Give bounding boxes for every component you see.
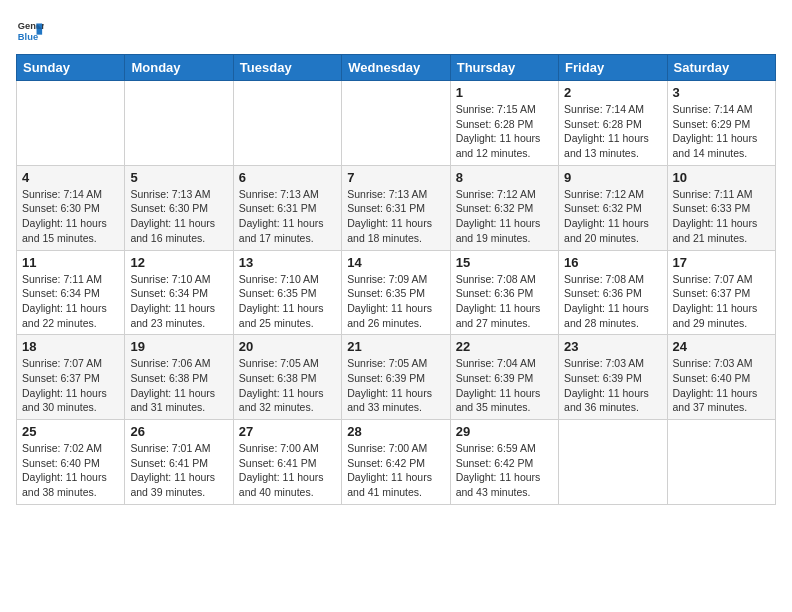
day-info: Sunrise: 7:12 AMSunset: 6:32 PMDaylight:… — [456, 187, 553, 246]
day-info: Sunrise: 7:05 AMSunset: 6:39 PMDaylight:… — [347, 356, 444, 415]
weekday-header-friday: Friday — [559, 55, 667, 81]
weekday-header-row: SundayMondayTuesdayWednesdayThursdayFrid… — [17, 55, 776, 81]
day-number: 23 — [564, 339, 661, 354]
day-info: Sunrise: 7:07 AMSunset: 6:37 PMDaylight:… — [673, 272, 770, 331]
day-info: Sunrise: 7:03 AMSunset: 6:40 PMDaylight:… — [673, 356, 770, 415]
day-cell: 25Sunrise: 7:02 AMSunset: 6:40 PMDayligh… — [17, 420, 125, 505]
logo: General Blue — [16, 16, 44, 44]
day-cell: 6Sunrise: 7:13 AMSunset: 6:31 PMDaylight… — [233, 165, 341, 250]
day-cell — [233, 81, 341, 166]
day-cell: 17Sunrise: 7:07 AMSunset: 6:37 PMDayligh… — [667, 250, 775, 335]
day-cell — [125, 81, 233, 166]
day-cell: 21Sunrise: 7:05 AMSunset: 6:39 PMDayligh… — [342, 335, 450, 420]
day-info: Sunrise: 7:05 AMSunset: 6:38 PMDaylight:… — [239, 356, 336, 415]
day-cell: 3Sunrise: 7:14 AMSunset: 6:29 PMDaylight… — [667, 81, 775, 166]
weekday-header-thursday: Thursday — [450, 55, 558, 81]
day-cell: 1Sunrise: 7:15 AMSunset: 6:28 PMDaylight… — [450, 81, 558, 166]
day-cell: 2Sunrise: 7:14 AMSunset: 6:28 PMDaylight… — [559, 81, 667, 166]
day-info: Sunrise: 7:15 AMSunset: 6:28 PMDaylight:… — [456, 102, 553, 161]
day-number: 1 — [456, 85, 553, 100]
day-cell: 8Sunrise: 7:12 AMSunset: 6:32 PMDaylight… — [450, 165, 558, 250]
week-row-1: 1Sunrise: 7:15 AMSunset: 6:28 PMDaylight… — [17, 81, 776, 166]
calendar-table: SundayMondayTuesdayWednesdayThursdayFrid… — [16, 54, 776, 505]
week-row-4: 18Sunrise: 7:07 AMSunset: 6:37 PMDayligh… — [17, 335, 776, 420]
day-cell: 19Sunrise: 7:06 AMSunset: 6:38 PMDayligh… — [125, 335, 233, 420]
day-number: 5 — [130, 170, 227, 185]
day-number: 14 — [347, 255, 444, 270]
day-cell — [17, 81, 125, 166]
day-number: 17 — [673, 255, 770, 270]
day-info: Sunrise: 7:07 AMSunset: 6:37 PMDaylight:… — [22, 356, 119, 415]
weekday-header-wednesday: Wednesday — [342, 55, 450, 81]
day-number: 25 — [22, 424, 119, 439]
day-info: Sunrise: 7:13 AMSunset: 6:30 PMDaylight:… — [130, 187, 227, 246]
day-info: Sunrise: 7:10 AMSunset: 6:34 PMDaylight:… — [130, 272, 227, 331]
day-info: Sunrise: 7:06 AMSunset: 6:38 PMDaylight:… — [130, 356, 227, 415]
day-info: Sunrise: 7:09 AMSunset: 6:35 PMDaylight:… — [347, 272, 444, 331]
day-cell: 22Sunrise: 7:04 AMSunset: 6:39 PMDayligh… — [450, 335, 558, 420]
page-header: General Blue — [16, 16, 776, 44]
day-cell: 7Sunrise: 7:13 AMSunset: 6:31 PMDaylight… — [342, 165, 450, 250]
day-cell — [559, 420, 667, 505]
day-info: Sunrise: 7:01 AMSunset: 6:41 PMDaylight:… — [130, 441, 227, 500]
day-number: 24 — [673, 339, 770, 354]
logo-icon: General Blue — [16, 16, 44, 44]
day-number: 7 — [347, 170, 444, 185]
week-row-5: 25Sunrise: 7:02 AMSunset: 6:40 PMDayligh… — [17, 420, 776, 505]
day-number: 18 — [22, 339, 119, 354]
day-cell — [667, 420, 775, 505]
day-cell: 12Sunrise: 7:10 AMSunset: 6:34 PMDayligh… — [125, 250, 233, 335]
week-row-3: 11Sunrise: 7:11 AMSunset: 6:34 PMDayligh… — [17, 250, 776, 335]
day-info: Sunrise: 7:10 AMSunset: 6:35 PMDaylight:… — [239, 272, 336, 331]
day-info: Sunrise: 7:11 AMSunset: 6:33 PMDaylight:… — [673, 187, 770, 246]
day-cell: 16Sunrise: 7:08 AMSunset: 6:36 PMDayligh… — [559, 250, 667, 335]
day-cell: 23Sunrise: 7:03 AMSunset: 6:39 PMDayligh… — [559, 335, 667, 420]
day-number: 6 — [239, 170, 336, 185]
day-number: 28 — [347, 424, 444, 439]
day-info: Sunrise: 6:59 AMSunset: 6:42 PMDaylight:… — [456, 441, 553, 500]
day-number: 10 — [673, 170, 770, 185]
day-number: 26 — [130, 424, 227, 439]
day-number: 8 — [456, 170, 553, 185]
day-cell: 24Sunrise: 7:03 AMSunset: 6:40 PMDayligh… — [667, 335, 775, 420]
day-number: 15 — [456, 255, 553, 270]
day-number: 29 — [456, 424, 553, 439]
day-number: 11 — [22, 255, 119, 270]
day-info: Sunrise: 7:11 AMSunset: 6:34 PMDaylight:… — [22, 272, 119, 331]
day-number: 21 — [347, 339, 444, 354]
weekday-header-tuesday: Tuesday — [233, 55, 341, 81]
day-info: Sunrise: 7:14 AMSunset: 6:28 PMDaylight:… — [564, 102, 661, 161]
svg-text:Blue: Blue — [18, 32, 38, 42]
day-number: 3 — [673, 85, 770, 100]
day-number: 19 — [130, 339, 227, 354]
day-cell: 9Sunrise: 7:12 AMSunset: 6:32 PMDaylight… — [559, 165, 667, 250]
day-cell: 15Sunrise: 7:08 AMSunset: 6:36 PMDayligh… — [450, 250, 558, 335]
weekday-header-monday: Monday — [125, 55, 233, 81]
day-info: Sunrise: 7:14 AMSunset: 6:30 PMDaylight:… — [22, 187, 119, 246]
day-cell: 10Sunrise: 7:11 AMSunset: 6:33 PMDayligh… — [667, 165, 775, 250]
day-cell — [342, 81, 450, 166]
day-cell: 13Sunrise: 7:10 AMSunset: 6:35 PMDayligh… — [233, 250, 341, 335]
day-number: 13 — [239, 255, 336, 270]
day-number: 9 — [564, 170, 661, 185]
day-number: 4 — [22, 170, 119, 185]
day-cell: 27Sunrise: 7:00 AMSunset: 6:41 PMDayligh… — [233, 420, 341, 505]
day-number: 16 — [564, 255, 661, 270]
day-cell: 20Sunrise: 7:05 AMSunset: 6:38 PMDayligh… — [233, 335, 341, 420]
day-cell: 26Sunrise: 7:01 AMSunset: 6:41 PMDayligh… — [125, 420, 233, 505]
day-info: Sunrise: 7:03 AMSunset: 6:39 PMDaylight:… — [564, 356, 661, 415]
day-info: Sunrise: 7:02 AMSunset: 6:40 PMDaylight:… — [22, 441, 119, 500]
weekday-header-saturday: Saturday — [667, 55, 775, 81]
day-cell: 4Sunrise: 7:14 AMSunset: 6:30 PMDaylight… — [17, 165, 125, 250]
day-info: Sunrise: 7:13 AMSunset: 6:31 PMDaylight:… — [239, 187, 336, 246]
day-cell: 18Sunrise: 7:07 AMSunset: 6:37 PMDayligh… — [17, 335, 125, 420]
day-info: Sunrise: 7:08 AMSunset: 6:36 PMDaylight:… — [564, 272, 661, 331]
weekday-header-sunday: Sunday — [17, 55, 125, 81]
day-number: 2 — [564, 85, 661, 100]
day-cell: 5Sunrise: 7:13 AMSunset: 6:30 PMDaylight… — [125, 165, 233, 250]
day-cell: 29Sunrise: 6:59 AMSunset: 6:42 PMDayligh… — [450, 420, 558, 505]
day-cell: 14Sunrise: 7:09 AMSunset: 6:35 PMDayligh… — [342, 250, 450, 335]
day-number: 20 — [239, 339, 336, 354]
day-cell: 11Sunrise: 7:11 AMSunset: 6:34 PMDayligh… — [17, 250, 125, 335]
day-info: Sunrise: 7:12 AMSunset: 6:32 PMDaylight:… — [564, 187, 661, 246]
